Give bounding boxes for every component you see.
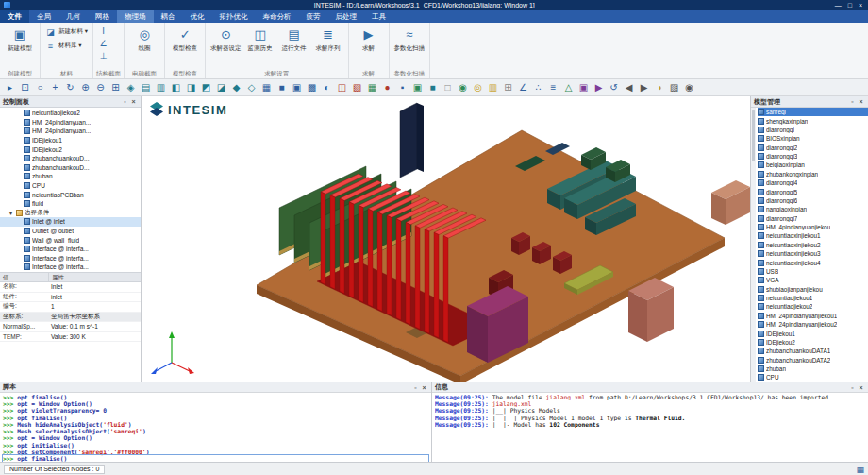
model-list-item[interactable]: USB — [758, 267, 868, 276]
color-legend-icon[interactable]: ▥ — [486, 80, 500, 94]
mesh-display-icon[interactable]: ▦ — [365, 80, 379, 94]
clip-plane-icon[interactable]: ▧ — [350, 80, 364, 94]
model-list-item[interactable]: dianrongqi2 — [758, 144, 868, 152]
ribbon-tab[interactable]: 后处理 — [328, 10, 365, 23]
zoom-in-icon[interactable]: ⊕ — [78, 80, 92, 94]
script-console[interactable]: >>> opt finalise() >>> opt = Window Opti… — [0, 393, 431, 462]
bottom-view-icon[interactable]: ◪ — [214, 80, 228, 94]
show-all-icon[interactable]: ◉ — [456, 80, 470, 94]
scrollbar-thumb[interactable] — [752, 110, 755, 161]
redo-icon[interactable]: ▶ — [637, 80, 651, 94]
ribbon-button[interactable]: ◫ 监测历史 — [243, 25, 277, 53]
ribbon-tab[interactable]: 工具 — [364, 10, 393, 23]
model-list-item[interactable]: dianrongqi5 — [758, 187, 868, 195]
expansion-card-model[interactable] — [400, 103, 424, 178]
close-button[interactable]: × — [859, 0, 862, 10]
tree-item[interactable]: ▾ HM_24pindianyuan... — [0, 127, 141, 136]
tree-item[interactable]: ▾ Interface @ interfa... — [0, 254, 141, 263]
ribbon-tab[interactable]: 耦合 — [154, 10, 183, 23]
model-list-item[interactable]: beiqiaoxinpian — [758, 161, 868, 169]
model-list-item[interactable]: HM_4pindianyuanjiekou — [758, 223, 868, 231]
tree-item[interactable]: ▾ zhubanchuankouD... — [0, 163, 141, 173]
select-icon[interactable]: ▸ — [3, 80, 17, 94]
property-row[interactable]: 坐标系: 全局笛卡尔坐标系 — [0, 313, 141, 323]
close-panel-icon[interactable]: × — [129, 98, 138, 105]
box-select-icon[interactable]: ⊡ — [18, 80, 32, 94]
model-list-item[interactable]: zhubanchuankouDATA2 — [758, 356, 868, 365]
ribbon-button[interactable]: ≣ 求解序列 — [311, 25, 345, 53]
light-icon[interactable]: ◑ — [652, 80, 666, 94]
model-list-item[interactable]: neicuntiaojiekou1 — [758, 294, 868, 302]
tree-item[interactable]: ▾ IDEjiekou1 — [0, 136, 141, 145]
tree-item[interactable]: ▾ Wall @ wall_fluid — [0, 235, 141, 245]
ribbon-button[interactable]: ≈ 参数化扫描 — [392, 25, 427, 53]
iso-view-icon[interactable]: ◆ — [229, 80, 243, 94]
ribbon-button[interactable]: ⊙ 求解器设定 — [209, 25, 243, 53]
model-list-item[interactable]: zhuban — [758, 365, 868, 373]
tree-item[interactable]: ▾ Interface @ interfa... — [0, 245, 141, 254]
model-list-item[interactable]: dianrongqi7 — [758, 214, 868, 223]
wireframe-icon[interactable]: ▦ — [259, 80, 274, 94]
close-panel-icon[interactable]: × — [420, 384, 428, 391]
fit-view-icon[interactable]: ◈ — [124, 80, 138, 94]
face-select-icon[interactable]: ▣ — [410, 80, 425, 94]
ribbon-tab[interactable]: 拓扑优化 — [212, 10, 256, 23]
float-panel-icon[interactable]: ▫ — [121, 98, 129, 105]
ribbon-button[interactable]: ∠ — [96, 37, 121, 49]
grid-icon[interactable]: ⊞ — [501, 80, 515, 94]
property-row[interactable]: TEMP: Value: 300 K — [0, 332, 141, 343]
property-row[interactable]: 组件: inlet — [0, 293, 141, 303]
tree-item[interactable]: ▾ zhuban — [0, 172, 141, 181]
tree-item[interactable]: ▾ HM_24pindianyuan... — [0, 118, 141, 127]
tree-item[interactable]: ▾ IDEjiekou2 — [0, 144, 141, 154]
node-select-icon[interactable]: ● — [380, 80, 394, 94]
model-list-item[interactable]: zhubanchuankouDATA1 — [758, 347, 868, 355]
minimize-button[interactable]: — — [835, 0, 842, 10]
pan-icon[interactable]: + — [48, 80, 62, 94]
settings-icon[interactable]: ◉ — [682, 80, 696, 94]
tree-item[interactable]: ▾ Outlet @ outlet — [0, 227, 141, 236]
hide-selected-icon[interactable]: □ — [441, 80, 455, 94]
tree-item[interactable]: ▾ CPU — [0, 181, 141, 191]
connector-block-model[interactable] — [711, 180, 750, 225]
expand-arrow-icon[interactable]: ▾ — [9, 210, 14, 216]
model-list-item[interactable]: HM_24pindianyuanjiekou1 — [758, 312, 868, 320]
scrollbar[interactable] — [751, 108, 756, 382]
view-layout-icon[interactable]: ▦ — [856, 465, 864, 474]
section-view-icon[interactable]: ◫ — [335, 80, 349, 94]
maximize-button[interactable]: □ — [848, 0, 852, 10]
model-list-item[interactable]: neicuntiaoxinjiekou4 — [758, 258, 868, 266]
tree-item[interactable]: ▾ fluid — [0, 199, 141, 209]
undo-icon[interactable]: ◀ — [622, 80, 636, 94]
top-view-icon[interactable]: ◩ — [199, 80, 213, 94]
ribbon-button[interactable]: ◎ 线圈 — [127, 25, 161, 53]
ribbon-button[interactable]: ✓ 模型检查 — [168, 25, 202, 53]
shaded-edges-icon[interactable]: ▣ — [290, 80, 304, 94]
model-list-item[interactable]: shengkaxinpian — [758, 116, 868, 125]
tree-item[interactable]: ▾ Inlet @ inlet — [0, 217, 141, 227]
measure-icon[interactable]: ∠ — [516, 80, 530, 94]
model-list-item[interactable]: neicuntiaojiekou2 — [758, 302, 868, 311]
shaded-icon[interactable]: ■ — [275, 80, 289, 94]
body-select-icon[interactable]: ■ — [426, 80, 440, 94]
tree-item[interactable]: ▾ Interface @ interfa... — [0, 263, 141, 272]
viewport-3d[interactable]: INTESIM — [142, 96, 750, 382]
ribbon-tab[interactable]: 几何 — [58, 10, 88, 23]
model-list-item[interactable]: nanqiaoxinpian — [758, 205, 868, 213]
property-row[interactable]: 名称: Inlet — [0, 282, 141, 293]
tree-item[interactable]: ▾ zhubanchuankouD... — [0, 154, 141, 163]
ribbon-tab[interactable]: 优化 — [183, 10, 212, 23]
csys-icon[interactable]: △ — [561, 80, 576, 94]
model-list-item[interactable]: dianrongqi6 — [758, 196, 868, 205]
front-view-icon[interactable]: ▤ — [139, 80, 153, 94]
float-panel-icon[interactable]: ▫ — [848, 98, 857, 105]
ribbon-button[interactable]: ◪ 新建材料 ▾ — [43, 25, 90, 39]
ribbon-tab[interactable]: 文件 — [0, 10, 29, 23]
model-list-item[interactable]: IDEjiekou2 — [758, 338, 868, 347]
probe-icon[interactable]: ∴ — [531, 80, 545, 94]
float-panel-icon[interactable]: ▫ — [848, 384, 857, 391]
ribbon-button[interactable]: Ⅰ — [96, 25, 121, 37]
tree-item[interactable]: ▾ 边界条件 — [0, 209, 141, 218]
left-view-icon[interactable]: ◧ — [169, 80, 183, 94]
viewport-3d-scene[interactable]: INTESIM — [142, 96, 750, 382]
